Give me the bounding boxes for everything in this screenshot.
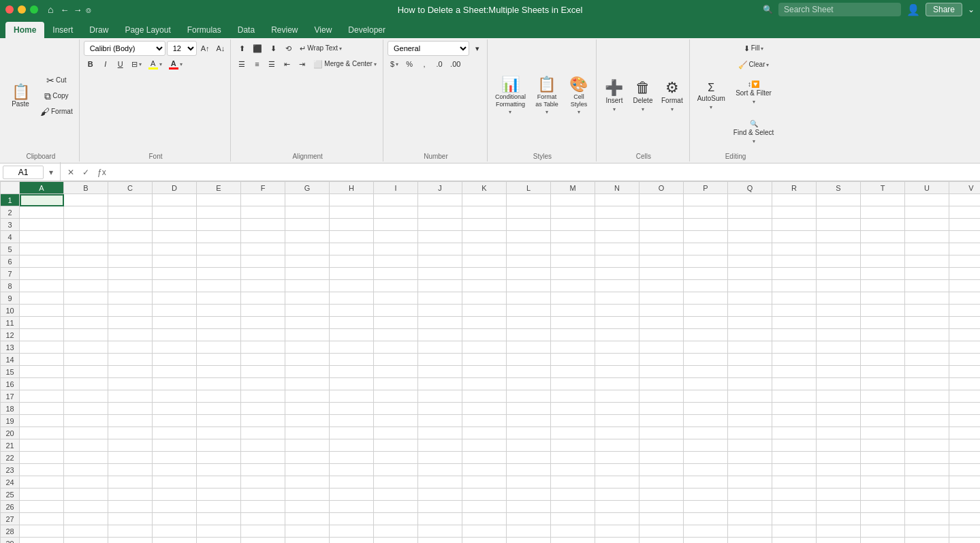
col-header-M[interactable]: M — [551, 182, 595, 194]
cancel-formula-button[interactable]: ✕ — [65, 166, 77, 179]
cell-R22[interactable] — [772, 452, 817, 464]
cell-O28[interactable] — [639, 525, 684, 538]
decrease-decimal-button[interactable]: .0 — [432, 57, 446, 72]
cell-Q3[interactable] — [728, 219, 772, 231]
italic-button[interactable]: I — [99, 57, 112, 72]
cell-C9[interactable] — [108, 292, 153, 305]
cell-R17[interactable] — [772, 390, 817, 403]
cell-F22[interactable] — [241, 452, 285, 464]
cell-Q29[interactable] — [728, 538, 772, 544]
cell-O25[interactable] — [639, 488, 684, 501]
cell-H19[interactable] — [330, 415, 374, 427]
cell-L23[interactable] — [507, 464, 551, 476]
cell-I2[interactable] — [374, 206, 418, 219]
cell-P5[interactable] — [684, 243, 728, 255]
cell-E10[interactable] — [197, 305, 241, 317]
cell-U29[interactable] — [905, 538, 949, 544]
cell-T25[interactable] — [861, 488, 905, 501]
cell-U14[interactable] — [905, 354, 949, 366]
cell-K23[interactable] — [462, 464, 507, 476]
cell-M12[interactable] — [551, 329, 595, 341]
cell-C19[interactable] — [108, 415, 153, 427]
cell-P7[interactable] — [684, 268, 728, 280]
cell-H9[interactable] — [330, 292, 374, 305]
cell-E19[interactable] — [197, 415, 241, 427]
cell-D7[interactable] — [153, 268, 197, 280]
cell-T3[interactable] — [861, 219, 905, 231]
cell-M20[interactable] — [551, 427, 595, 439]
cell-C22[interactable] — [108, 452, 153, 464]
cell-R27[interactable] — [772, 513, 817, 525]
cell-B29[interactable] — [64, 538, 108, 544]
cell-T4[interactable] — [861, 231, 905, 243]
row-num-2[interactable]: 2 — [1, 206, 20, 219]
cell-C15[interactable] — [108, 366, 153, 378]
cell-I24[interactable] — [374, 476, 418, 488]
cell-F19[interactable] — [241, 415, 285, 427]
share-button[interactable]: Share — [926, 3, 962, 16]
cell-P19[interactable] — [684, 415, 728, 427]
cell-F18[interactable] — [241, 403, 285, 415]
cell-U20[interactable] — [905, 427, 949, 439]
row-num-17[interactable]: 17 — [1, 390, 20, 403]
tab-review[interactable]: Review — [263, 22, 306, 38]
cell-D19[interactable] — [153, 415, 197, 427]
cell-A2[interactable] — [20, 206, 64, 219]
cell-A27[interactable] — [20, 513, 64, 525]
cell-Q28[interactable] — [728, 525, 772, 538]
cell-C2[interactable] — [108, 206, 153, 219]
cell-P20[interactable] — [684, 427, 728, 439]
cell-B13[interactable] — [64, 341, 108, 354]
cell-O14[interactable] — [639, 354, 684, 366]
cell-G19[interactable] — [285, 415, 330, 427]
cell-P13[interactable] — [684, 341, 728, 354]
cell-O1[interactable] — [639, 194, 684, 206]
cell-G12[interactable] — [285, 329, 330, 341]
cell-I22[interactable] — [374, 452, 418, 464]
cell-U13[interactable] — [905, 341, 949, 354]
cell-E9[interactable] — [197, 292, 241, 305]
border-button[interactable]: ⊟▾ — [129, 57, 144, 72]
decrease-indent-button[interactable]: ⇤ — [280, 57, 294, 72]
cell-O27[interactable] — [639, 513, 684, 525]
cell-R9[interactable] — [772, 292, 817, 305]
cell-O23[interactable] — [639, 464, 684, 476]
cell-Q20[interactable] — [728, 427, 772, 439]
cell-K18[interactable] — [462, 403, 507, 415]
cell-I10[interactable] — [374, 305, 418, 317]
cell-U15[interactable] — [905, 366, 949, 378]
cell-J12[interactable] — [418, 329, 462, 341]
cell-G13[interactable] — [285, 341, 330, 354]
cell-O10[interactable] — [639, 305, 684, 317]
cell-B20[interactable] — [64, 427, 108, 439]
cell-J19[interactable] — [418, 415, 462, 427]
cell-A8[interactable] — [20, 280, 64, 292]
cell-B23[interactable] — [64, 464, 108, 476]
cell-C20[interactable] — [108, 427, 153, 439]
cell-B18[interactable] — [64, 403, 108, 415]
col-header-D[interactable]: D — [153, 182, 197, 194]
cell-M4[interactable] — [551, 231, 595, 243]
cell-N3[interactable] — [595, 219, 639, 231]
row-num-4[interactable]: 4 — [1, 231, 20, 243]
cell-S11[interactable] — [817, 317, 861, 329]
insert-button[interactable]: ➕ Insert ▾ — [601, 77, 628, 116]
cell-D3[interactable] — [153, 219, 197, 231]
cell-M10[interactable] — [551, 305, 595, 317]
cell-J23[interactable] — [418, 464, 462, 476]
cell-J9[interactable] — [418, 292, 462, 305]
cell-P28[interactable] — [684, 525, 728, 538]
percent-button[interactable]: % — [402, 57, 416, 72]
cell-S14[interactable] — [817, 354, 861, 366]
cell-S9[interactable] — [817, 292, 861, 305]
cell-V14[interactable] — [949, 354, 981, 366]
cell-U8[interactable] — [905, 280, 949, 292]
cell-V27[interactable] — [949, 513, 981, 525]
cell-P8[interactable] — [684, 280, 728, 292]
cell-V10[interactable] — [949, 305, 981, 317]
cell-I23[interactable] — [374, 464, 418, 476]
cell-V18[interactable] — [949, 403, 981, 415]
cell-Q10[interactable] — [728, 305, 772, 317]
cell-Q4[interactable] — [728, 231, 772, 243]
cell-F6[interactable] — [241, 255, 285, 268]
